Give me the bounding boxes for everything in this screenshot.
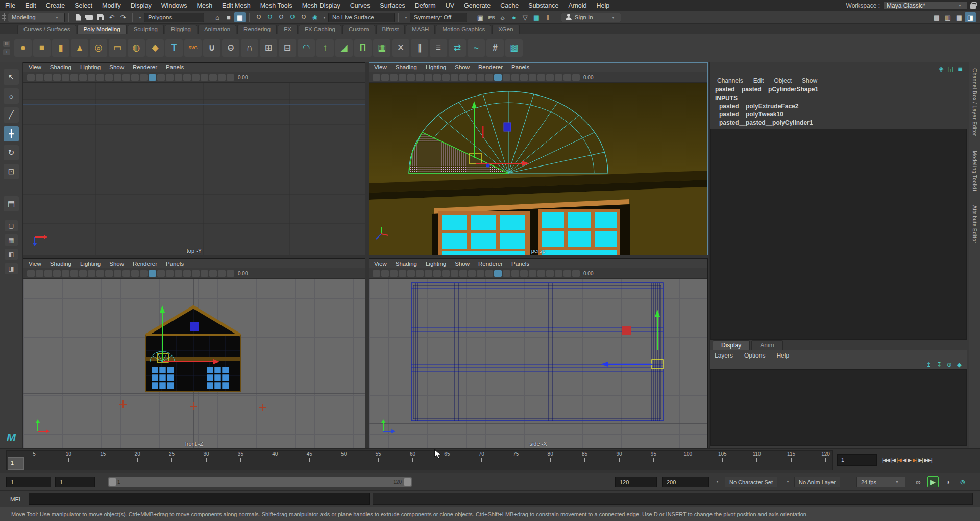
vp-menu-lighting[interactable]: Lighting <box>80 64 101 70</box>
resolution-gate-icon[interactable] <box>96 74 104 81</box>
chevron-down-icon[interactable]: ▼ <box>404 16 408 19</box>
vp-menu-shading[interactable]: Shading <box>50 64 71 70</box>
lasso-tool-icon[interactable]: ○ <box>4 88 19 104</box>
textured-display-icon[interactable] <box>157 74 165 81</box>
vp-menu-show[interactable]: Show <box>455 64 470 70</box>
safe-title-icon[interactable] <box>477 270 484 277</box>
camera-select-icon[interactable] <box>27 270 35 277</box>
move-tool-icon[interactable]: ╋ <box>4 126 19 141</box>
menu-item-edit-mesh[interactable]: Edit Mesh <box>222 2 251 9</box>
shaded-display-icon[interactable] <box>494 74 502 81</box>
status-line-grip[interactable] <box>2 13 6 21</box>
film-gate-icon[interactable] <box>433 74 441 81</box>
house-front[interactable] <box>146 307 240 391</box>
grid-toggle-icon[interactable] <box>425 74 432 81</box>
chevron-down-icon[interactable]: ▼ <box>786 480 790 483</box>
camera-attributes-icon[interactable] <box>36 270 43 277</box>
use-all-lights-icon[interactable] <box>511 74 519 81</box>
shadows-toggle-icon[interactable] <box>520 270 528 277</box>
shaded-display-icon[interactable] <box>149 270 156 277</box>
timeline-tick-70[interactable]: 70 <box>476 451 486 470</box>
gate-mask-icon[interactable] <box>105 270 113 277</box>
new-layer-from-selected-icon[interactable]: ⊕ <box>947 361 952 368</box>
step-back-key-button[interactable]: |◀ <box>897 457 901 463</box>
layer-menu-help[interactable]: Help <box>776 352 789 359</box>
wireframe-display-icon[interactable] <box>140 74 148 81</box>
gate-mask-icon[interactable] <box>451 74 458 81</box>
timeline-tick-65[interactable]: 65 <box>442 451 452 470</box>
layer-tab-display[interactable]: Display <box>713 340 750 350</box>
animation-end-field[interactable]: 120 <box>615 477 657 487</box>
menu-item-edit[interactable]: Edit <box>25 2 36 9</box>
cb-input-pasted-pasted-polycylinder1[interactable]: pasted__pasted__polyCylinder1 <box>711 119 968 127</box>
two-d-pan-zoom-icon[interactable] <box>62 270 69 277</box>
use-all-lights-icon[interactable] <box>166 74 174 81</box>
timeline-tick-60[interactable]: 60 <box>408 451 418 470</box>
timeline-tick-105[interactable]: 105 <box>717 451 727 470</box>
image-plane-icon[interactable] <box>53 74 61 81</box>
exposure-toggle-icon[interactable] <box>227 270 234 277</box>
channel-box-content[interactable] <box>710 129 967 340</box>
vp-menu-show[interactable]: Show <box>109 260 124 267</box>
viewport-side[interactable]: ViewShadingLightingShowRendererPanels 0.… <box>369 258 708 448</box>
use-all-lights-icon[interactable] <box>166 270 174 277</box>
image-plane-icon[interactable] <box>399 270 406 277</box>
viewport-side-canvas[interactable]: side -X <box>369 279 707 448</box>
shelf-tab-mash[interactable]: MASH <box>406 25 435 34</box>
menu-item-help[interactable]: Help <box>597 2 610 9</box>
timeline-tick-100[interactable]: 100 <box>683 451 693 470</box>
safe-title-icon[interactable] <box>477 74 484 81</box>
channel-box-node-name[interactable]: pasted__pasted__pCylinderShape1 <box>711 86 968 94</box>
exposure-toggle-icon[interactable] <box>572 74 580 81</box>
render-setup-icon[interactable]: ▦ <box>531 12 542 22</box>
playback-loop-icon[interactable]: ∞ <box>913 476 924 487</box>
live-surface-field[interactable]: No Live Surface <box>328 13 395 22</box>
timeline-tick-40[interactable]: 40 <box>270 451 280 470</box>
step-back-frame-button[interactable]: |◀ <box>891 457 895 463</box>
poly-sphere-icon[interactable]: ● <box>14 39 32 57</box>
character-set-dropdown[interactable]: No Character Set <box>725 477 777 487</box>
gate-mask-icon[interactable] <box>105 74 113 81</box>
layer-move-down-icon[interactable]: ↧ <box>937 361 942 368</box>
camera-select-icon[interactable] <box>373 74 380 81</box>
resolution-gate-icon[interactable] <box>96 270 104 277</box>
time-marker-icon[interactable]: ◑ <box>942 476 953 487</box>
screen-space-ao-icon[interactable] <box>529 270 536 277</box>
wireframe-display-icon[interactable] <box>485 270 493 277</box>
snap-to-view-plane-icon[interactable]: Ω <box>298 12 309 22</box>
pause-viewport-icon[interactable]: ‖ <box>542 12 553 22</box>
menu-set-dropdown[interactable]: Modeling ▼ <box>8 13 65 22</box>
play-forwards-button[interactable]: ▶ <box>908 457 911 463</box>
motion-blur-toggle-icon[interactable] <box>192 270 200 277</box>
render-settings-icon[interactable]: ☼ <box>497 12 508 22</box>
vp-menu-view[interactable]: View <box>374 64 387 70</box>
go-to-end-button[interactable]: ▶▶| <box>924 457 932 463</box>
rotate-tool-icon[interactable]: ↻ <box>4 145 19 160</box>
menu-item-surfaces[interactable]: Surfaces <box>380 2 405 9</box>
layout-persp-outliner-icon[interactable]: ◧ <box>5 249 18 260</box>
shelf-menu-icon[interactable]: + <box>3 49 10 55</box>
shelf-tab-motion-graphics[interactable]: Motion Graphics <box>436 25 491 34</box>
layer-list[interactable] <box>710 369 967 446</box>
chevron-down-icon[interactable]: ▼ <box>323 16 326 19</box>
wireframe-display-icon[interactable] <box>140 270 148 277</box>
timeline-tick-120[interactable]: 120 <box>821 451 831 470</box>
xray-display-icon[interactable] <box>555 270 562 277</box>
layout-four-pane-icon[interactable]: ▦ <box>5 234 18 246</box>
viewport-persp[interactable]: ViewShadingLightingShowRendererPanels 0.… <box>369 62 708 255</box>
xray-display-icon[interactable] <box>209 270 217 277</box>
isolate-select-icon[interactable] <box>564 270 571 277</box>
safe-action-icon[interactable] <box>468 270 476 277</box>
camera-attributes-icon[interactable] <box>36 74 43 81</box>
grid-toggle-icon[interactable] <box>79 74 87 81</box>
camera-select-icon[interactable] <box>373 270 380 277</box>
boolean-difference-icon[interactable]: ⊖ <box>222 39 239 57</box>
multi-cut-icon[interactable]: ✕ <box>392 39 409 57</box>
film-gate-icon[interactable] <box>88 270 95 277</box>
image-plane-icon[interactable] <box>399 74 406 81</box>
timeline-tick-35[interactable]: 35 <box>235 451 246 470</box>
menu-item-deform[interactable]: Deform <box>415 2 436 9</box>
camera-bookmark-icon[interactable] <box>390 270 398 277</box>
textured-display-icon[interactable] <box>157 270 165 277</box>
shelf-tab-sculpting[interactable]: Sculpting <box>128 25 164 34</box>
